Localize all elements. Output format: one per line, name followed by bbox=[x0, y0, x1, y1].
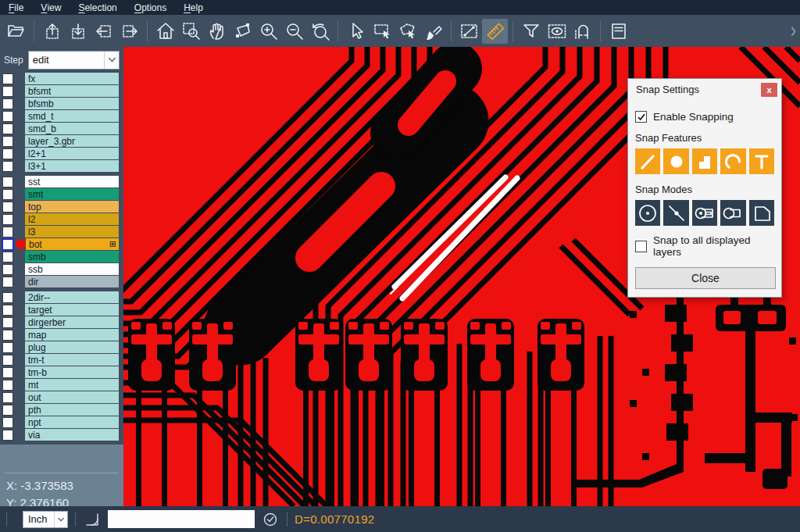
zoom-in-button[interactable] bbox=[255, 19, 281, 44]
ruler-button[interactable] bbox=[482, 19, 508, 44]
layer-label[interactable]: l2 bbox=[25, 213, 119, 225]
measure-distance-button[interactable] bbox=[456, 19, 482, 44]
layer-checkbox[interactable] bbox=[2, 252, 13, 262]
select-arrow-button[interactable] bbox=[343, 19, 369, 44]
snap-feature-text-button[interactable] bbox=[749, 148, 774, 174]
layer-label[interactable]: mt bbox=[25, 379, 119, 391]
clear-brush-button[interactable] bbox=[420, 19, 446, 44]
snap-feature-arc-button[interactable] bbox=[720, 148, 745, 174]
layer-label[interactable]: dir bbox=[25, 276, 119, 287]
layer-checkbox[interactable] bbox=[2, 367, 13, 378]
pan-up-button[interactable] bbox=[39, 19, 65, 44]
enable-snapping-checkbox[interactable] bbox=[635, 111, 647, 123]
toolbar-overflow-chevron[interactable]: ❯ bbox=[790, 26, 797, 36]
layer-checkbox[interactable] bbox=[2, 161, 13, 172]
layer-checkbox[interactable] bbox=[2, 405, 13, 416]
layer-checkbox[interactable] bbox=[2, 214, 13, 225]
layer-checkbox[interactable] bbox=[2, 202, 13, 212]
menu-item-help[interactable]: Help bbox=[175, 0, 212, 15]
menu-item-view[interactable]: View bbox=[32, 0, 70, 15]
dialog-title-bar[interactable]: Snap Settings x bbox=[628, 79, 781, 100]
layer-label[interactable]: tm-t bbox=[25, 354, 119, 366]
layer-label[interactable]: pth bbox=[25, 404, 119, 416]
layer-label[interactable]: out bbox=[25, 391, 119, 403]
layer-checkbox[interactable] bbox=[2, 189, 13, 200]
pan-down-button[interactable] bbox=[65, 19, 91, 44]
all-layers-checkbox[interactable] bbox=[635, 241, 647, 252]
layer-label[interactable]: smd_t bbox=[25, 110, 119, 122]
layer-checkbox[interactable] bbox=[2, 136, 13, 147]
layer-label[interactable]: ssb bbox=[25, 263, 119, 275]
layer-label[interactable]: l3+1 bbox=[25, 160, 119, 172]
layer-checkbox[interactable] bbox=[2, 417, 13, 428]
snap-feature-surface-button[interactable] bbox=[692, 148, 717, 174]
snap-mode-contour-corner-button[interactable] bbox=[749, 200, 774, 226]
layer-checkbox[interactable] bbox=[2, 305, 13, 316]
layer-label[interactable]: map bbox=[25, 329, 119, 341]
snap-feature-pad-button[interactable] bbox=[663, 148, 688, 174]
snap-magnet-button[interactable] bbox=[570, 19, 595, 44]
layer-label[interactable]: bot⊞ bbox=[26, 238, 119, 250]
menu-item-options[interactable]: Options bbox=[126, 0, 175, 15]
pan-hand-button[interactable] bbox=[204, 19, 230, 44]
layer-label[interactable]: bfsmb bbox=[25, 98, 119, 109]
snap-mode-pad-outline-button[interactable] bbox=[720, 200, 745, 226]
layer-checkbox[interactable] bbox=[2, 292, 13, 303]
layer-checkbox[interactable] bbox=[2, 238, 14, 251]
layer-checkbox[interactable] bbox=[2, 123, 13, 134]
angle-measure-icon[interactable] bbox=[83, 510, 102, 529]
layer-label[interactable]: 2dir-- bbox=[25, 291, 119, 303]
layer-label[interactable]: dirgerber bbox=[25, 316, 119, 328]
layer-label[interactable]: smt bbox=[25, 188, 119, 200]
transform-polygon-button[interactable] bbox=[230, 19, 255, 44]
layer-checkbox[interactable] bbox=[2, 86, 13, 97]
layer-checkbox[interactable] bbox=[2, 177, 13, 187]
refresh-check-icon[interactable] bbox=[261, 510, 280, 529]
layer-label[interactable]: l2+1 bbox=[25, 148, 119, 159]
layer-checkbox[interactable] bbox=[2, 98, 13, 109]
layer-checkbox[interactable] bbox=[2, 355, 13, 366]
layer-label[interactable]: l3 bbox=[25, 226, 119, 237]
layer-label[interactable]: top bbox=[25, 201, 119, 212]
layer-checkbox[interactable] bbox=[2, 277, 13, 287]
layer-label[interactable]: fx bbox=[25, 73, 119, 84]
snap-mode-line-middle-button[interactable] bbox=[663, 200, 688, 226]
snap-feature-line-button[interactable] bbox=[635, 148, 660, 174]
layer-label[interactable]: via bbox=[25, 429, 119, 441]
select-rectangle-button[interactable] bbox=[369, 19, 395, 44]
open-file-button[interactable] bbox=[3, 19, 29, 44]
layer-label[interactable]: tm-b bbox=[25, 366, 119, 378]
step-select[interactable]: edit bbox=[28, 51, 120, 70]
snap-mode-pad-entry-button[interactable] bbox=[692, 200, 717, 226]
layer-label[interactable]: npt bbox=[25, 416, 119, 428]
layer-checkbox[interactable] bbox=[2, 342, 13, 353]
layer-checkbox[interactable] bbox=[2, 392, 13, 403]
snap-mode-pad-center-button[interactable] bbox=[635, 200, 660, 226]
zoom-previous-button[interactable] bbox=[307, 19, 333, 44]
layer-label[interactable]: smd_b bbox=[25, 123, 119, 134]
zoom-window-button[interactable] bbox=[178, 19, 204, 44]
menu-item-selection[interactable]: Selection bbox=[70, 0, 125, 15]
zoom-out-button[interactable] bbox=[281, 19, 307, 44]
layer-label[interactable]: bfsmt bbox=[25, 85, 119, 97]
layer-label[interactable]: plug bbox=[25, 341, 119, 353]
layers-panel-button[interactable] bbox=[605, 19, 631, 44]
layer-checkbox[interactable] bbox=[2, 330, 13, 341]
layer-label[interactable]: target bbox=[25, 304, 119, 316]
layer-checkbox[interactable] bbox=[2, 380, 13, 391]
layer-checkbox[interactable] bbox=[2, 227, 13, 237]
close-button[interactable]: Close bbox=[635, 267, 776, 289]
command-input[interactable] bbox=[108, 510, 255, 528]
pan-right-button[interactable] bbox=[116, 19, 142, 44]
select-polygon-button[interactable] bbox=[395, 19, 420, 44]
filter-button[interactable] bbox=[518, 19, 544, 44]
layer-checkbox[interactable] bbox=[2, 148, 13, 159]
layer-checkbox[interactable] bbox=[2, 111, 13, 122]
close-icon[interactable]: x bbox=[761, 83, 777, 97]
layer-label[interactable]: smb bbox=[25, 251, 119, 262]
layer-checkbox[interactable] bbox=[2, 264, 13, 275]
layer-label[interactable]: layer_3.gbr bbox=[25, 135, 119, 147]
pan-left-button[interactable] bbox=[91, 19, 116, 44]
layer-checkbox[interactable] bbox=[2, 430, 13, 441]
layer-checkbox[interactable] bbox=[2, 317, 13, 328]
